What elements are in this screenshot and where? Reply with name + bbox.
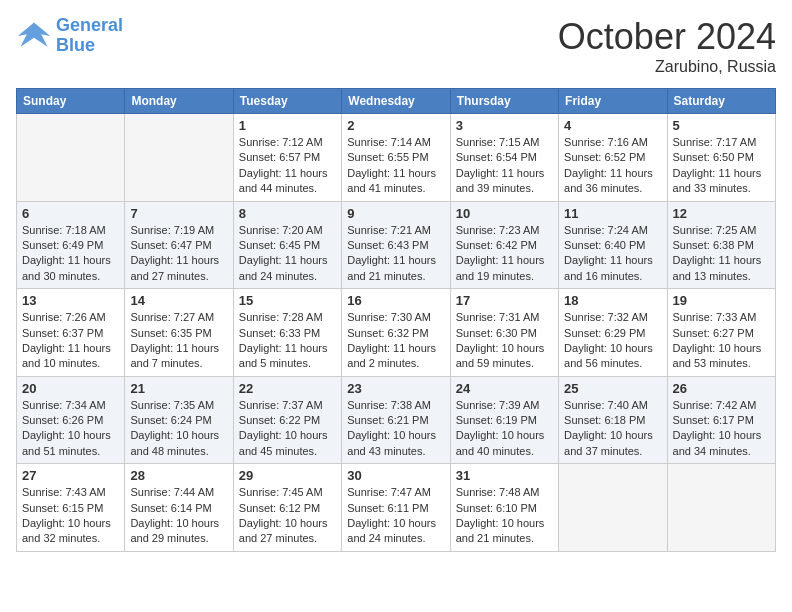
weekday-header-row: SundayMondayTuesdayWednesdayThursdayFrid… <box>17 89 776 114</box>
calendar-cell: 7Sunrise: 7:19 AM Sunset: 6:47 PM Daylig… <box>125 201 233 289</box>
calendar-week-2: 6Sunrise: 7:18 AM Sunset: 6:49 PM Daylig… <box>17 201 776 289</box>
calendar-cell: 28Sunrise: 7:44 AM Sunset: 6:14 PM Dayli… <box>125 464 233 552</box>
day-info: Sunrise: 7:23 AM Sunset: 6:42 PM Dayligh… <box>456 223 553 285</box>
day-info: Sunrise: 7:43 AM Sunset: 6:15 PM Dayligh… <box>22 485 119 547</box>
day-number: 22 <box>239 381 336 396</box>
calendar-cell: 9Sunrise: 7:21 AM Sunset: 6:43 PM Daylig… <box>342 201 450 289</box>
day-number: 3 <box>456 118 553 133</box>
calendar-cell: 21Sunrise: 7:35 AM Sunset: 6:24 PM Dayli… <box>125 376 233 464</box>
day-number: 9 <box>347 206 444 221</box>
calendar-cell: 22Sunrise: 7:37 AM Sunset: 6:22 PM Dayli… <box>233 376 341 464</box>
day-info: Sunrise: 7:40 AM Sunset: 6:18 PM Dayligh… <box>564 398 661 460</box>
day-info: Sunrise: 7:27 AM Sunset: 6:35 PM Dayligh… <box>130 310 227 372</box>
title-block: October 2024 Zarubino, Russia <box>558 16 776 76</box>
calendar-cell: 20Sunrise: 7:34 AM Sunset: 6:26 PM Dayli… <box>17 376 125 464</box>
calendar-cell: 2Sunrise: 7:14 AM Sunset: 6:55 PM Daylig… <box>342 114 450 202</box>
day-number: 28 <box>130 468 227 483</box>
logo: General Blue <box>16 16 123 56</box>
weekday-header-monday: Monday <box>125 89 233 114</box>
calendar-cell: 24Sunrise: 7:39 AM Sunset: 6:19 PM Dayli… <box>450 376 558 464</box>
day-number: 26 <box>673 381 770 396</box>
calendar-cell: 27Sunrise: 7:43 AM Sunset: 6:15 PM Dayli… <box>17 464 125 552</box>
day-info: Sunrise: 7:47 AM Sunset: 6:11 PM Dayligh… <box>347 485 444 547</box>
day-number: 6 <box>22 206 119 221</box>
calendar-week-4: 20Sunrise: 7:34 AM Sunset: 6:26 PM Dayli… <box>17 376 776 464</box>
calendar-cell: 16Sunrise: 7:30 AM Sunset: 6:32 PM Dayli… <box>342 289 450 377</box>
day-number: 19 <box>673 293 770 308</box>
day-info: Sunrise: 7:24 AM Sunset: 6:40 PM Dayligh… <box>564 223 661 285</box>
calendar-cell: 26Sunrise: 7:42 AM Sunset: 6:17 PM Dayli… <box>667 376 775 464</box>
day-number: 31 <box>456 468 553 483</box>
day-info: Sunrise: 7:16 AM Sunset: 6:52 PM Dayligh… <box>564 135 661 197</box>
day-number: 21 <box>130 381 227 396</box>
day-info: Sunrise: 7:37 AM Sunset: 6:22 PM Dayligh… <box>239 398 336 460</box>
day-info: Sunrise: 7:31 AM Sunset: 6:30 PM Dayligh… <box>456 310 553 372</box>
logo-icon <box>16 18 52 54</box>
calendar-cell: 15Sunrise: 7:28 AM Sunset: 6:33 PM Dayli… <box>233 289 341 377</box>
day-number: 18 <box>564 293 661 308</box>
day-info: Sunrise: 7:18 AM Sunset: 6:49 PM Dayligh… <box>22 223 119 285</box>
calendar-cell: 23Sunrise: 7:38 AM Sunset: 6:21 PM Dayli… <box>342 376 450 464</box>
day-info: Sunrise: 7:30 AM Sunset: 6:32 PM Dayligh… <box>347 310 444 372</box>
day-info: Sunrise: 7:42 AM Sunset: 6:17 PM Dayligh… <box>673 398 770 460</box>
calendar-cell: 31Sunrise: 7:48 AM Sunset: 6:10 PM Dayli… <box>450 464 558 552</box>
day-info: Sunrise: 7:33 AM Sunset: 6:27 PM Dayligh… <box>673 310 770 372</box>
calendar-cell <box>667 464 775 552</box>
calendar-cell: 8Sunrise: 7:20 AM Sunset: 6:45 PM Daylig… <box>233 201 341 289</box>
weekday-header-thursday: Thursday <box>450 89 558 114</box>
calendar-cell: 6Sunrise: 7:18 AM Sunset: 6:49 PM Daylig… <box>17 201 125 289</box>
day-info: Sunrise: 7:25 AM Sunset: 6:38 PM Dayligh… <box>673 223 770 285</box>
calendar-week-3: 13Sunrise: 7:26 AM Sunset: 6:37 PM Dayli… <box>17 289 776 377</box>
weekday-header-friday: Friday <box>559 89 667 114</box>
day-info: Sunrise: 7:21 AM Sunset: 6:43 PM Dayligh… <box>347 223 444 285</box>
day-number: 8 <box>239 206 336 221</box>
weekday-header-tuesday: Tuesday <box>233 89 341 114</box>
calendar-table: SundayMondayTuesdayWednesdayThursdayFrid… <box>16 88 776 552</box>
day-number: 7 <box>130 206 227 221</box>
day-info: Sunrise: 7:34 AM Sunset: 6:26 PM Dayligh… <box>22 398 119 460</box>
day-number: 2 <box>347 118 444 133</box>
calendar-cell: 1Sunrise: 7:12 AM Sunset: 6:57 PM Daylig… <box>233 114 341 202</box>
day-number: 27 <box>22 468 119 483</box>
calendar-cell: 13Sunrise: 7:26 AM Sunset: 6:37 PM Dayli… <box>17 289 125 377</box>
calendar-cell: 5Sunrise: 7:17 AM Sunset: 6:50 PM Daylig… <box>667 114 775 202</box>
day-number: 5 <box>673 118 770 133</box>
day-number: 30 <box>347 468 444 483</box>
calendar-cell: 11Sunrise: 7:24 AM Sunset: 6:40 PM Dayli… <box>559 201 667 289</box>
calendar-cell <box>559 464 667 552</box>
day-info: Sunrise: 7:35 AM Sunset: 6:24 PM Dayligh… <box>130 398 227 460</box>
day-info: Sunrise: 7:39 AM Sunset: 6:19 PM Dayligh… <box>456 398 553 460</box>
day-info: Sunrise: 7:48 AM Sunset: 6:10 PM Dayligh… <box>456 485 553 547</box>
day-info: Sunrise: 7:14 AM Sunset: 6:55 PM Dayligh… <box>347 135 444 197</box>
calendar-cell: 3Sunrise: 7:15 AM Sunset: 6:54 PM Daylig… <box>450 114 558 202</box>
day-number: 20 <box>22 381 119 396</box>
calendar-cell: 29Sunrise: 7:45 AM Sunset: 6:12 PM Dayli… <box>233 464 341 552</box>
calendar-cell: 14Sunrise: 7:27 AM Sunset: 6:35 PM Dayli… <box>125 289 233 377</box>
weekday-header-saturday: Saturday <box>667 89 775 114</box>
day-number: 17 <box>456 293 553 308</box>
calendar-cell: 17Sunrise: 7:31 AM Sunset: 6:30 PM Dayli… <box>450 289 558 377</box>
day-info: Sunrise: 7:26 AM Sunset: 6:37 PM Dayligh… <box>22 310 119 372</box>
day-info: Sunrise: 7:28 AM Sunset: 6:33 PM Dayligh… <box>239 310 336 372</box>
day-number: 16 <box>347 293 444 308</box>
day-number: 29 <box>239 468 336 483</box>
calendar-cell <box>125 114 233 202</box>
calendar-cell: 25Sunrise: 7:40 AM Sunset: 6:18 PM Dayli… <box>559 376 667 464</box>
day-info: Sunrise: 7:38 AM Sunset: 6:21 PM Dayligh… <box>347 398 444 460</box>
calendar-week-5: 27Sunrise: 7:43 AM Sunset: 6:15 PM Dayli… <box>17 464 776 552</box>
day-info: Sunrise: 7:32 AM Sunset: 6:29 PM Dayligh… <box>564 310 661 372</box>
calendar-cell: 4Sunrise: 7:16 AM Sunset: 6:52 PM Daylig… <box>559 114 667 202</box>
day-info: Sunrise: 7:17 AM Sunset: 6:50 PM Dayligh… <box>673 135 770 197</box>
calendar-cell: 18Sunrise: 7:32 AM Sunset: 6:29 PM Dayli… <box>559 289 667 377</box>
day-info: Sunrise: 7:20 AM Sunset: 6:45 PM Dayligh… <box>239 223 336 285</box>
day-number: 25 <box>564 381 661 396</box>
svg-marker-0 <box>18 22 50 46</box>
calendar-cell: 12Sunrise: 7:25 AM Sunset: 6:38 PM Dayli… <box>667 201 775 289</box>
day-number: 4 <box>564 118 661 133</box>
calendar-week-1: 1Sunrise: 7:12 AM Sunset: 6:57 PM Daylig… <box>17 114 776 202</box>
day-number: 23 <box>347 381 444 396</box>
calendar-cell: 10Sunrise: 7:23 AM Sunset: 6:42 PM Dayli… <box>450 201 558 289</box>
day-info: Sunrise: 7:12 AM Sunset: 6:57 PM Dayligh… <box>239 135 336 197</box>
calendar-cell <box>17 114 125 202</box>
day-number: 24 <box>456 381 553 396</box>
